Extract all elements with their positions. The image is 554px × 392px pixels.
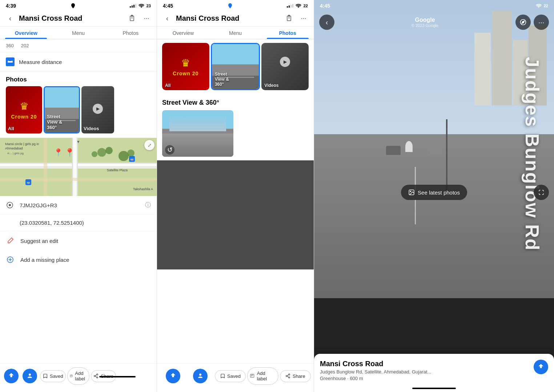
share-btn-2[interactable]: Share [280, 370, 311, 382]
directions-btn-1[interactable] [3, 369, 20, 383]
map-chevron: ▾ [77, 139, 80, 144]
see-photos-label: See latest photos [418, 189, 460, 196]
tab-menu-2[interactable]: Menu [209, 27, 262, 39]
start-btn-1[interactable] [21, 369, 39, 383]
tab-photos-2[interactable]: Photos [261, 27, 314, 39]
share-label-2: Share [293, 373, 305, 379]
card-info: Mansi Cross Road Judges Bunglow Rd, Sate… [320, 360, 431, 381]
saved-btn-1[interactable]: Saved [40, 370, 66, 382]
photo-thumb-videos[interactable]: ▶ Videos [81, 86, 114, 133]
bus-icon-1: 🚌 [129, 156, 135, 162]
photo-thumb-streetview[interactable]: StreetView &360° [44, 86, 80, 133]
photos-label: Photos [0, 72, 157, 86]
bottom-bar-2: Saved Add label Share [157, 363, 314, 392]
tab-photos-1[interactable]: Photos [104, 27, 157, 39]
wifi-icon-1 [138, 4, 144, 8]
add-label-btn-2[interactable]: Add label [247, 367, 278, 385]
street-view-image: Judges Bunglow Rd 4:45 22 ‹ Google © 202… [314, 0, 554, 298]
back-button-1[interactable]: ‹ [4, 12, 16, 24]
nav-title-1: Mansi Cross Road [19, 14, 123, 23]
map-thumbnail[interactable]: Mansi circle | girls pg in Ahmedabad મ..… [0, 138, 157, 196]
status-bar-2: 4:45 22 [157, 0, 314, 10]
plus-code-row[interactable]: 7JMJ2GJG+R3 ⓘ [0, 196, 157, 215]
play-icon: ▶ [93, 104, 103, 114]
card-top: Mansi Cross Road Judges Bunglow Rd, Sate… [320, 360, 548, 381]
suggest-edit-row[interactable]: Suggest an edit [0, 231, 157, 250]
suggest-edit-text: Suggest an edit [20, 238, 58, 244]
card-distance: Greenhouse · 600 m [320, 376, 431, 381]
road-mark-2 [415, 200, 416, 224]
svg-point-32 [286, 375, 288, 377]
svg-point-23 [97, 374, 98, 375]
navigate-button[interactable] [534, 360, 548, 374]
battery-2: 22 [304, 4, 308, 8]
tab-overview-1[interactable]: Overview [0, 27, 52, 39]
coordinates-row: (23.0320581, 72.5251400) [0, 215, 157, 231]
sv-360-icon: ↺ [165, 145, 174, 155]
crown-text-2: Crown 20 [173, 71, 198, 76]
wifi-icon-2 [296, 4, 301, 8]
play-icon-2: ▶ [280, 57, 290, 67]
add-missing-text: Add a missing place [20, 257, 69, 263]
directions-btn-2[interactable] [160, 369, 186, 383]
svg-point-15 [92, 151, 97, 157]
back-button-2[interactable]: ‹ [161, 12, 173, 24]
more-btn-3[interactable]: ··· [534, 15, 549, 30]
status-time-3: 4:45 [320, 3, 330, 9]
photo-thumb-all[interactable]: ♛ Crown 20 All [6, 86, 42, 133]
building-1 [474, 33, 491, 105]
saved-btn-2[interactable]: Saved [215, 370, 246, 382]
panel-street-view: Judges Bunglow Rd 4:45 22 ‹ Google © 202… [314, 0, 554, 392]
panel-photos: 4:45 22 ‹ Mansi Cross Road ··· [157, 0, 314, 392]
svg-rect-30 [250, 374, 254, 377]
directions-icon-1 [4, 369, 19, 383]
rider [405, 141, 413, 152]
sv-sky-overlay [169, 115, 226, 131]
google-copy: © 2023 Google [412, 23, 438, 28]
google-label: Google © 2023 Google [412, 17, 438, 28]
tab-menu-1[interactable]: Menu [52, 27, 105, 39]
vehicle-2 [429, 147, 442, 155]
crown-icon-2: ♛ [181, 57, 190, 69]
add-missing-row[interactable]: Add a missing place [0, 250, 157, 269]
svg-point-24 [94, 375, 96, 377]
photo-label-sv: StreetView &360° [47, 114, 62, 130]
more-icon-2[interactable]: ··· [298, 12, 309, 24]
bottom-bar-1: Saved Add label Share [0, 363, 157, 392]
map-pin-red: 📍 [65, 148, 75, 157]
start-btn-2[interactable] [187, 369, 213, 383]
top-nav-1: ‹ Mansi Cross Road ··· [0, 10, 157, 27]
plus-code-info-icon[interactable]: ⓘ [145, 201, 151, 209]
start-icon-2 [193, 369, 208, 383]
svg-point-14 [105, 147, 113, 154]
card-title: Mansi Cross Road [320, 360, 431, 368]
svg-point-33 [289, 377, 290, 378]
location-icon-2 [228, 3, 232, 8]
expand-button[interactable] [534, 185, 549, 200]
top-controls-3: ‹ Google © 2023 Google ··· [314, 12, 554, 33]
measure-distance-row[interactable]: Measure distance [0, 52, 157, 72]
sv-thumb[interactable]: ↺ [162, 110, 233, 157]
photo-cat-streetview[interactable]: StreetView &360° [211, 43, 260, 90]
tab-overview-2[interactable]: Overview [157, 27, 209, 39]
see-photos-button[interactable]: See latest photos [401, 185, 467, 200]
location-icon-1 [71, 3, 75, 8]
start-icon-1 [23, 369, 37, 383]
map-expand-btn[interactable]: ⤢ [144, 140, 154, 150]
svg-point-21 [29, 373, 31, 376]
compass-btn[interactable] [515, 15, 531, 30]
share-icon-1[interactable] [126, 12, 138, 24]
status-icons-2: 22 [287, 4, 308, 8]
status-bar-1: 4:39 23 [0, 0, 157, 10]
share-icon-2[interactable] [283, 12, 295, 24]
back-button-3[interactable]: ‹ [319, 15, 334, 30]
crown-icon: ♛ [20, 100, 29, 112]
battery-3: 22 [544, 4, 548, 8]
more-icon-1[interactable]: ··· [141, 12, 152, 24]
svg-point-38 [410, 191, 411, 192]
tab-numbers: 360 202 [0, 39, 157, 52]
tabs-1: Overview Menu Photos [0, 27, 157, 39]
photo-cat-videos[interactable]: ▶ Videos [261, 43, 309, 90]
photo-cat-all[interactable]: ♛ Crown 20 All [162, 43, 209, 90]
add-label-btn-1[interactable]: Add label [67, 367, 89, 385]
